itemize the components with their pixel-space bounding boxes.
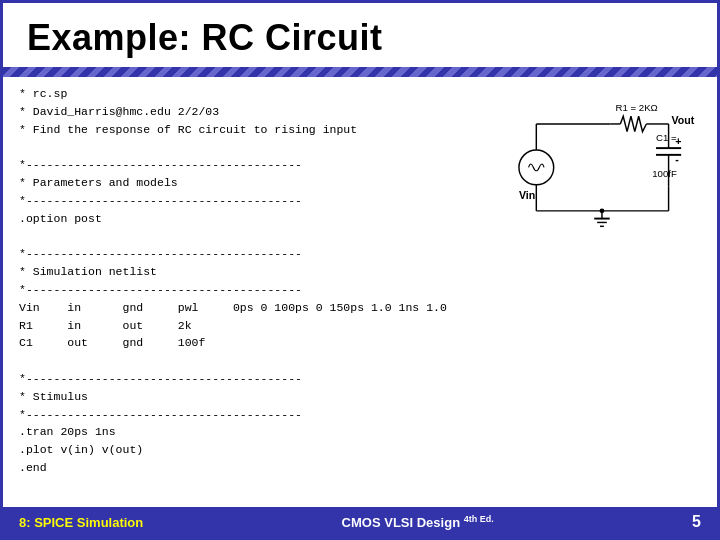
footer-page-number: 5 xyxy=(692,513,701,531)
svg-text:100fF: 100fF xyxy=(652,168,677,179)
title-bar: Example: RC Circuit xyxy=(3,3,717,67)
svg-text:Vin: Vin xyxy=(519,189,535,201)
divider-strip xyxy=(3,67,717,77)
circuit-diagram: Vin R1 = 2KΩ xyxy=(501,85,701,503)
footer: 8: SPICE Simulation CMOS VLSI Design 4th… xyxy=(3,507,717,537)
slide: Example: RC Circuit * rc.sp * David_Harr… xyxy=(0,0,720,540)
svg-text:+: + xyxy=(675,135,681,147)
svg-point-24 xyxy=(600,208,605,213)
svg-text:C1 =: C1 = xyxy=(656,132,677,143)
code-section: * rc.sp * David_Harris@hmc.edu 2/2/03 * … xyxy=(19,85,501,503)
svg-point-0 xyxy=(519,150,554,185)
slide-title: Example: RC Circuit xyxy=(27,17,383,58)
svg-text:R1 = 2KΩ: R1 = 2KΩ xyxy=(615,102,657,113)
content-area: * rc.sp * David_Harris@hmc.edu 2/2/03 * … xyxy=(3,77,717,507)
svg-text:-: - xyxy=(675,153,679,165)
footer-section-label: 8: SPICE Simulation xyxy=(19,515,143,530)
svg-text:Vout: Vout xyxy=(671,114,694,126)
footer-book-title: CMOS VLSI Design 4th Ed. xyxy=(342,514,494,530)
